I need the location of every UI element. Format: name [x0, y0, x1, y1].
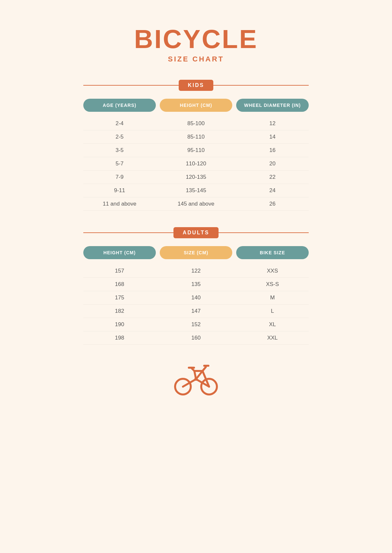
adults-cell-height: 157	[83, 268, 156, 274]
adults-cell-size: 147	[160, 308, 232, 314]
kids-cell-wheel: 16	[236, 147, 309, 154]
adults-cell-bike-size: XS-S	[236, 281, 309, 288]
sub-title: SIZE CHART	[83, 55, 309, 63]
adults-table-row: 157 122 XXS	[83, 264, 309, 278]
kids-cell-age: 9-11	[83, 187, 156, 194]
kids-table: AGE (years) HEIGHT (cm) WHEEL DIAMETER (…	[83, 99, 309, 211]
adults-line-right	[219, 232, 309, 233]
kids-line-left	[83, 85, 179, 86]
kids-section-header: KIDS	[83, 80, 309, 91]
kids-cell-wheel: 14	[236, 134, 309, 140]
adults-column-headers: HEIGHT (cm) SIZE (cm) BIKE SIZE	[83, 246, 309, 259]
adults-cell-size: 122	[160, 268, 232, 274]
kids-cell-wheel: 26	[236, 201, 309, 207]
adults-table-row: 198 160 XXL	[83, 331, 309, 345]
adults-cell-bike-size: L	[236, 308, 309, 314]
kids-col-wheel: WHEEL DIAMETER (in)	[236, 99, 309, 112]
adults-line-left	[83, 232, 173, 233]
kids-cell-wheel: 24	[236, 187, 309, 194]
svg-line-2	[183, 379, 196, 387]
bicycle-icon-container	[83, 361, 309, 397]
kids-label: KIDS	[179, 80, 213, 91]
adults-cell-bike-size: M	[236, 294, 309, 301]
adults-col-size: SIZE (cm)	[160, 246, 232, 259]
kids-cell-age: 5-7	[83, 160, 156, 167]
kids-line-right	[213, 85, 309, 86]
kids-cell-age: 3-5	[83, 147, 156, 154]
kids-cell-wheel: 20	[236, 160, 309, 167]
kids-table-row: 5-7 110-120 20	[83, 157, 309, 171]
adults-section: ADULTS HEIGHT (cm) SIZE (cm) BIKE SIZE 1…	[83, 227, 309, 345]
kids-column-headers: AGE (years) HEIGHT (cm) WHEEL DIAMETER (…	[83, 99, 309, 112]
svg-point-12	[194, 377, 198, 381]
kids-cell-height: 120-135	[160, 174, 232, 180]
kids-cell-height: 95-110	[160, 147, 232, 154]
adults-cell-bike-size: XXL	[236, 335, 309, 341]
kids-col-age: AGE (years)	[83, 99, 156, 112]
kids-cell-height: 145 and above	[160, 201, 232, 207]
kids-cell-age: 7-9	[83, 174, 156, 180]
adults-table: HEIGHT (cm) SIZE (cm) BIKE SIZE 157 122 …	[83, 246, 309, 345]
kids-table-row: 2-5 85-110 14	[83, 130, 309, 144]
kids-cell-height: 135-145	[160, 187, 232, 194]
kids-cell-age: 2-4	[83, 120, 156, 127]
kids-rows: 2-4 85-100 12 2-5 85-110 14 3-5 95-110 1…	[83, 117, 309, 211]
kids-cell-height: 110-120	[160, 160, 232, 167]
adults-section-header: ADULTS	[83, 227, 309, 238]
adults-cell-height: 168	[83, 281, 156, 288]
kids-table-row: 11 and above 145 and above 26	[83, 197, 309, 211]
adults-cell-size: 152	[160, 321, 232, 328]
adults-col-height: HEIGHT (cm)	[83, 246, 156, 259]
kids-col-height: HEIGHT (cm)	[160, 99, 232, 112]
adults-cell-size: 160	[160, 335, 232, 341]
adults-cell-height: 175	[83, 294, 156, 301]
adults-cell-size: 140	[160, 294, 232, 301]
kids-section: KIDS AGE (years) HEIGHT (cm) WHEEL DIAME…	[83, 80, 309, 211]
adults-cell-height: 198	[83, 335, 156, 341]
adults-col-bike-size: BIKE SIZE	[236, 246, 309, 259]
adults-cell-bike-size: XL	[236, 321, 309, 328]
kids-cell-wheel: 12	[236, 120, 309, 127]
kids-cell-height: 85-110	[160, 134, 232, 140]
adults-table-row: 190 152 XL	[83, 318, 309, 331]
adults-cell-height: 182	[83, 308, 156, 314]
adults-label: ADULTS	[173, 227, 219, 238]
kids-table-row: 7-9 120-135 22	[83, 171, 309, 184]
kids-cell-height: 85-100	[160, 120, 232, 127]
adults-cell-bike-size: XXS	[236, 268, 309, 274]
page-container: BICYCLE SIZE CHART KIDS AGE (years) HEIG…	[57, 7, 335, 423]
adults-cell-size: 135	[160, 281, 232, 288]
kids-cell-age: 11 and above	[83, 201, 156, 207]
adults-rows: 157 122 XXS 168 135 XS-S 175 140 M 182 1…	[83, 264, 309, 345]
kids-table-row: 2-4 85-100 12	[83, 117, 309, 130]
kids-cell-age: 2-5	[83, 134, 156, 140]
bicycle-icon	[173, 361, 219, 397]
kids-table-row: 3-5 95-110 16	[83, 144, 309, 157]
adults-table-row: 182 147 L	[83, 305, 309, 318]
adults-table-row: 168 135 XS-S	[83, 278, 309, 291]
adults-cell-height: 190	[83, 321, 156, 328]
adults-table-row: 175 140 M	[83, 291, 309, 305]
main-title: BICYCLE	[83, 26, 309, 52]
svg-line-8	[203, 367, 206, 371]
kids-cell-wheel: 22	[236, 174, 309, 180]
kids-table-row: 9-11 135-145 24	[83, 184, 309, 197]
